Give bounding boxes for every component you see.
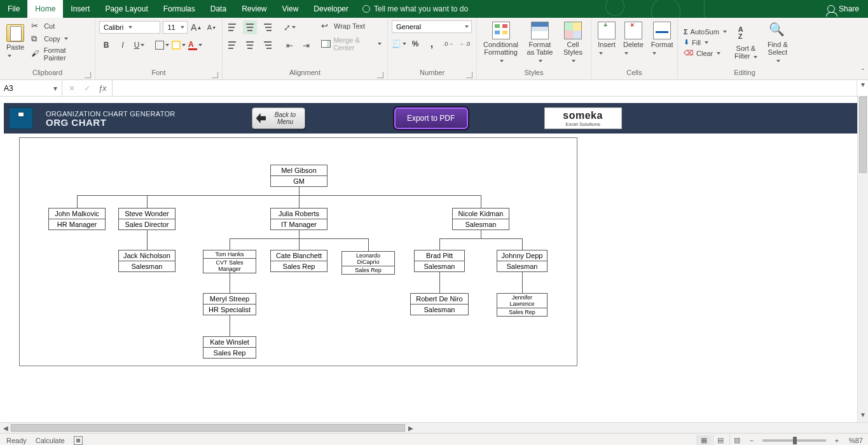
dialog-launcher-icon[interactable] — [212, 72, 218, 78]
paste-button[interactable]: Paste — [4, 23, 27, 60]
tab-data[interactable]: Data — [203, 0, 234, 18]
horizontal-scrollbar[interactable]: ◀ ▶ — [0, 422, 868, 433]
align-left-button[interactable] — [226, 38, 240, 52]
vertical-scrollbar[interactable]: ▲ ▼ — [857, 97, 868, 422]
sort-filter-button[interactable]: Sort & Filter — [731, 24, 761, 61]
tab-insert[interactable]: Insert — [63, 0, 97, 18]
clear-button[interactable]: Clear — [682, 48, 729, 58]
tab-file[interactable]: File — [0, 0, 27, 18]
node-root[interactable]: Mel Gibson GM — [270, 165, 327, 187]
merge-center-button[interactable]: Merge & Center — [319, 36, 383, 52]
accounting-button[interactable] — [392, 37, 406, 51]
fill-button[interactable]: Fill — [682, 38, 729, 47]
cut-button[interactable]: Cut — [29, 20, 91, 32]
scroll-right-button[interactable]: ▶ — [405, 425, 416, 432]
node-l2-0[interactable]: John MalkovicHR Manager — [48, 208, 106, 230]
formula-input[interactable] — [113, 84, 857, 93]
comma-button[interactable] — [425, 37, 439, 51]
increase-decimal-button[interactable] — [441, 37, 455, 51]
node-meryl-0[interactable]: Kate WinsletSales Rep — [203, 336, 256, 359]
insert-cells-button[interactable]: Insert — [595, 20, 618, 57]
format-cells-button[interactable]: Format — [649, 20, 676, 57]
export-pdf-button[interactable]: Export to PDF — [394, 107, 468, 129]
dialog-launcher-icon[interactable] — [85, 72, 91, 78]
format-painter-button[interactable]: Format Painter — [29, 46, 91, 62]
node-tom-0[interactable]: Meryl StreepHR Specialist — [203, 293, 256, 315]
font-name-select[interactable]: Calibri — [99, 21, 160, 34]
increase-font-button[interactable]: A▲ — [190, 20, 203, 34]
node-julia-1[interactable]: Cate BlanchettSales Rep — [270, 250, 327, 272]
tab-home[interactable]: Home — [27, 0, 63, 18]
view-page-break-button[interactable]: ▧ — [729, 435, 745, 446]
bold-button[interactable]: B — [99, 38, 113, 52]
back-to-menu-button[interactable]: Back to Menu — [252, 107, 305, 129]
italic-button[interactable]: I — [116, 38, 130, 52]
wrap-text-button[interactable]: Wrap Text — [319, 20, 383, 32]
scroll-thumb[interactable] — [11, 424, 405, 432]
align-middle-button[interactable] — [243, 20, 257, 34]
share-button[interactable]: Share — [818, 0, 868, 18]
group-font: Calibri 11 A▲ A▼ B I U A Font — [95, 18, 223, 79]
decrease-font-button[interactable]: A▼ — [205, 20, 218, 34]
tab-view[interactable]: View — [275, 0, 307, 18]
percent-button[interactable] — [408, 37, 422, 51]
underline-button[interactable]: U — [132, 38, 146, 52]
tab-page-layout[interactable]: Page Layout — [97, 0, 155, 18]
increase-indent-button[interactable] — [299, 38, 313, 52]
cell-styles-button[interactable]: Cell Styles — [559, 20, 587, 65]
view-page-layout-button[interactable]: ▤ — [713, 435, 728, 446]
decrease-indent-button[interactable] — [282, 38, 296, 52]
cancel-fx-button[interactable]: ✕ — [65, 84, 79, 93]
name-box[interactable]: ▾ — [0, 80, 62, 96]
copy-button[interactable]: Copy — [29, 33, 91, 44]
align-top-button[interactable] — [226, 20, 240, 34]
font-color-button[interactable]: A — [188, 38, 202, 52]
tab-review[interactable]: Review — [234, 0, 274, 18]
zoom-out-button[interactable]: − — [746, 437, 757, 444]
node-l2-3[interactable]: Nicole KidmanSalesman — [452, 208, 509, 230]
insert-fx-button[interactable]: ƒx — [95, 84, 109, 93]
collapse-ribbon-button[interactable]: ˆ — [862, 68, 864, 77]
node-steve-0[interactable]: Jack NicholsonSalesman — [118, 250, 176, 272]
find-select-button[interactable]: Find & Select — [763, 20, 792, 65]
node-johnny-0[interactable]: Jennifer LawrenceSales Rep — [497, 293, 548, 317]
tell-me[interactable]: Tell me what you want to do — [356, 0, 474, 18]
orientation-button[interactable] — [282, 20, 296, 34]
align-right-button[interactable] — [259, 38, 273, 52]
node-l2-1[interactable]: Steve WonderSales Director — [118, 208, 176, 230]
tab-formulas[interactable]: Formulas — [156, 0, 203, 18]
align-center-button[interactable] — [243, 38, 257, 52]
fill-color-button[interactable] — [172, 38, 186, 52]
align-bottom-button[interactable] — [259, 20, 273, 34]
node-brad-0[interactable]: Robert De NiroSalesman — [410, 293, 469, 315]
zoom-knob[interactable] — [793, 437, 797, 444]
scroll-down-button[interactable]: ▼ — [858, 411, 868, 422]
font-size-select[interactable]: 11 — [163, 21, 187, 34]
expand-formula-bar[interactable]: ▾ — [857, 80, 868, 96]
zoom-slider[interactable] — [762, 439, 826, 442]
number-format-select[interactable]: General — [392, 20, 472, 33]
view-normal-button[interactable]: ▦ — [696, 435, 712, 446]
macro-record-icon[interactable] — [74, 436, 83, 445]
zoom-in-button[interactable]: + — [831, 437, 843, 444]
borders-button[interactable] — [155, 38, 169, 52]
node-l2-2[interactable]: Julia RobertsIT Manager — [270, 208, 327, 230]
tab-developer[interactable]: Developer — [306, 0, 356, 18]
node-julia-2[interactable]: Leonardo DiCaprioSales Rep — [341, 251, 395, 275]
name-box-dropdown[interactable]: ▾ — [50, 84, 61, 93]
delete-cells-button[interactable]: Delete — [621, 20, 646, 57]
autosum-button[interactable]: AutoSum — [682, 27, 729, 36]
worksheet-area[interactable]: ORGANIZATION CHART GENERATOR ORG CHART B… — [0, 97, 868, 422]
name-box-input[interactable] — [0, 84, 50, 93]
enter-fx-button[interactable]: ✓ — [80, 84, 94, 93]
dialog-launcher-icon[interactable] — [377, 72, 383, 78]
format-as-table-button[interactable]: Format as Table — [523, 20, 556, 65]
node-nicole-1[interactable]: Johnny DeppSalesman — [497, 250, 548, 272]
node-nicole-0[interactable]: Brad PittSalesman — [414, 250, 465, 272]
scroll-track[interactable] — [11, 423, 405, 434]
scroll-thumb[interactable] — [859, 97, 867, 173]
decrease-decimal-button[interactable] — [458, 37, 472, 51]
conditional-formatting-button[interactable]: Conditional Formatting — [481, 20, 521, 65]
dialog-launcher-icon[interactable] — [466, 72, 472, 78]
scroll-left-button[interactable]: ◀ — [0, 425, 11, 432]
